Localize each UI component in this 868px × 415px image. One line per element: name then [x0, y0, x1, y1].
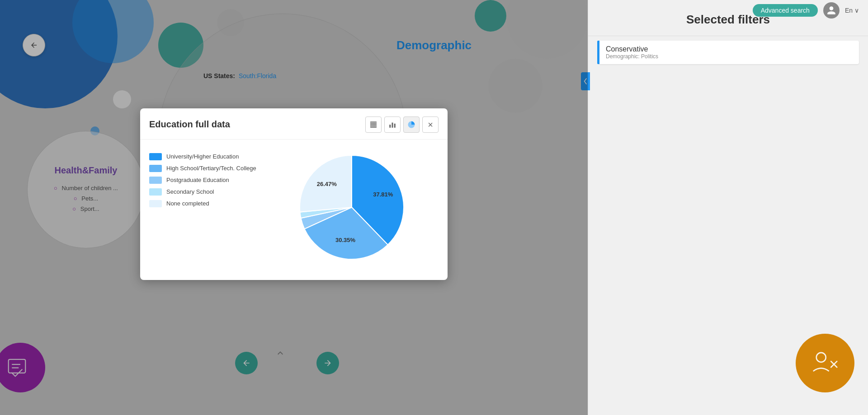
pie-chart-svg: 37.81%30.35%26.47% — [293, 149, 410, 266]
modal-body: University/Higher Education High School/… — [140, 140, 448, 275]
legend-color — [149, 165, 162, 172]
legend-item: Postgraduate Education — [149, 177, 256, 184]
filter-content: Conservative Demographic: Politics — [599, 41, 859, 64]
filter-name: Conservative — [606, 45, 853, 53]
svg-rect-4 — [389, 125, 391, 128]
modal-pie-view-button[interactable] — [403, 117, 420, 133]
legend-item: None completed — [149, 200, 256, 207]
legend-color — [149, 177, 162, 184]
filter-item[interactable]: Conservative Demographic: Politics — [597, 41, 859, 64]
advanced-search-button[interactable]: Advanced search — [753, 4, 818, 17]
svg-point-3 — [816, 352, 826, 362]
legend-label: University/Higher Education — [166, 153, 239, 160]
filter-sub: Demographic: Politics — [606, 53, 853, 60]
pie-label: 30.35% — [335, 236, 356, 243]
pie-label: 37.81% — [373, 191, 394, 197]
lang-selector[interactable]: En ∨ — [845, 7, 859, 14]
chart-legend: University/Higher Education High School/… — [149, 149, 256, 266]
legend-label: High School/Tertiary/Tech. College — [166, 165, 256, 172]
legend-item: High School/Tertiary/Tech. College — [149, 165, 256, 172]
lang-chevron: ∨ — [854, 7, 859, 14]
modal-table-view-button[interactable] — [365, 117, 382, 133]
svg-rect-6 — [394, 123, 396, 127]
pie-label: 26.47% — [317, 181, 337, 187]
legend-item: Secondary School — [149, 188, 256, 196]
svg-rect-5 — [392, 122, 393, 127]
legend-label: Secondary School — [166, 188, 214, 195]
modal-close-button[interactable]: × — [422, 117, 439, 133]
legend-item: University/Higher Education — [149, 153, 256, 160]
chart-area: 37.81%30.35%26.47% — [265, 149, 439, 266]
modal-toolbar: × — [365, 117, 439, 133]
legend-color — [149, 188, 162, 196]
lang-label: En — [845, 7, 853, 14]
modal-title: Education full data — [149, 119, 230, 130]
legend-label: Postgraduate Education — [166, 177, 229, 183]
modal-bar-view-button[interactable] — [384, 117, 401, 133]
modal-overlay: Education full data × — [0, 0, 588, 415]
user-avatar[interactable] — [823, 2, 840, 19]
topbar: Advanced search En ∨ — [0, 0, 868, 21]
modal-dialog: Education full data × — [140, 108, 448, 280]
legend-label: None completed — [166, 200, 209, 207]
legend-color — [149, 200, 162, 207]
modal-header: Education full data × — [140, 108, 448, 140]
legend-color — [149, 153, 162, 160]
gold-circle-icon[interactable] — [796, 334, 854, 392]
